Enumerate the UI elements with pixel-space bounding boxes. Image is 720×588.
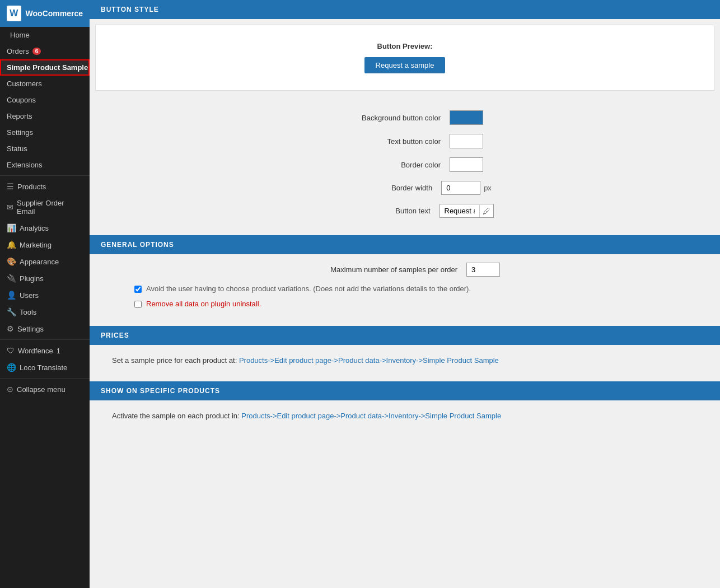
woocommerce-brand[interactable]: W WooCommerce — [0, 0, 90, 27]
border-width-input[interactable] — [441, 181, 480, 195]
sidebar-item-settings2[interactable]: ⚙ Settings — [0, 320, 90, 337]
sidebar-item-analytics[interactable]: 📊 Analytics — [0, 220, 90, 236]
sidebar-item-settings[interactable]: Settings — [0, 124, 90, 141]
email-icon: ✉ — [7, 203, 13, 212]
bg-color-label: Background button color — [326, 114, 450, 122]
avoid-variations-row: Avoid the user having to choose product … — [101, 284, 709, 293]
collapse-icon: ⊙ — [7, 385, 13, 394]
button-style-header: BUTTON STYLE — [90, 0, 720, 19]
sidebar-item-label: Products — [17, 183, 46, 191]
sidebar-item-label: Tools — [20, 308, 36, 316]
remove-data-checkbox[interactable] — [134, 301, 142, 308]
users-icon: 👤 — [7, 291, 16, 300]
loco-icon: 🌐 — [7, 363, 16, 372]
plugins-icon: 🔌 — [7, 274, 16, 283]
text-input-icon[interactable]: 🖊 — [479, 205, 493, 217]
sidebar-item-reports[interactable]: Reports — [0, 108, 90, 124]
main-content: BUTTON STYLE Button Preview: Request a s… — [90, 0, 720, 588]
max-samples-row: Maximum number of samples per order — [101, 263, 709, 277]
sidebar-item-label: Home — [10, 31, 30, 39]
sidebar-item-customers[interactable]: Customers — [0, 76, 90, 92]
sidebar-divider-2 — [0, 339, 90, 340]
button-text-field-wrapper: 🖊 — [440, 204, 494, 218]
button-text-input[interactable] — [440, 204, 479, 217]
sidebar-item-collapse-menu[interactable]: ⊙ Collapse menu — [0, 381, 90, 398]
sidebar-item-label: Users — [20, 291, 39, 300]
prices-header: PRICES — [90, 326, 720, 345]
sidebar: W WooCommerce Home Orders 6 Simple Produ… — [0, 0, 90, 588]
show-specific-header: SHOW ON SPECIFIC PRODUCTS — [90, 381, 720, 400]
avoid-variations-checkbox[interactable] — [134, 286, 142, 293]
bg-color-swatch[interactable] — [450, 110, 483, 125]
button-text-label: Button text — [316, 207, 440, 215]
woo-icon: W — [7, 6, 21, 21]
sidebar-item-appearance[interactable]: 🎨 Appearance — [0, 253, 90, 270]
analytics-icon: 📊 — [7, 223, 16, 232]
sidebar-item-label: Appearance — [20, 258, 59, 266]
appearance-icon: 🎨 — [7, 257, 16, 266]
specific-link[interactable]: Products->Edit product page->Product dat… — [241, 412, 501, 420]
general-options-area: Maximum number of samples per order Avoi… — [90, 254, 720, 326]
prices-area: Set a sample price for each product at: … — [90, 345, 720, 381]
sidebar-item-label: Supplier Order Email — [17, 199, 83, 216]
border-color-swatch[interactable] — [450, 157, 483, 172]
sidebar-item-label: Extensions — [7, 161, 43, 169]
sidebar-item-label: Simple Product Sample — [7, 63, 88, 72]
sidebar-item-label: Orders — [7, 47, 29, 55]
bg-color-row: Background button color — [101, 110, 709, 125]
sidebar-item-tools[interactable]: 🔧 Tools — [0, 304, 90, 320]
border-width-row: Border width px — [101, 181, 709, 195]
sidebar-item-label: Analytics — [20, 224, 49, 232]
products-icon: ☰ — [7, 182, 14, 191]
border-color-label: Border color — [326, 161, 450, 169]
text-color-label: Text button color — [326, 137, 450, 146]
px-label: px — [484, 184, 492, 192]
text-color-row: Text button color — [101, 134, 709, 148]
tools-icon: 🔧 — [7, 307, 16, 316]
border-width-label: Border width — [318, 184, 441, 192]
preview-button[interactable]: Request a sample — [364, 57, 446, 73]
sidebar-item-label: Plugins — [20, 274, 44, 283]
sidebar-item-label: Coupons — [7, 96, 36, 104]
remove-data-row: Remove all data on plugin uninstall. — [101, 300, 709, 308]
remove-data-label: Remove all data on plugin uninstall. — [146, 300, 261, 308]
sidebar-item-orders[interactable]: Orders 6 — [0, 43, 90, 59]
sidebar-item-simple-product-sample[interactable]: Simple Product Sample — [0, 59, 90, 76]
sidebar-item-extensions[interactable]: Extensions — [0, 157, 90, 173]
sidebar-item-users[interactable]: 👤 Users — [0, 287, 90, 304]
wordfence-icon: 🛡 — [7, 346, 15, 355]
max-samples-input[interactable] — [466, 263, 500, 277]
sidebar-item-label: Settings — [17, 325, 44, 333]
wordfence-badge: 1 — [57, 347, 60, 355]
max-samples-label: Maximum number of samples per order — [310, 265, 466, 274]
button-style-form: Background button color Text button colo… — [90, 102, 720, 235]
sidebar-item-label: Marketing — [20, 241, 52, 249]
sidebar-item-supplier-order-email[interactable]: ✉ Supplier Order Email — [0, 195, 90, 220]
general-options-header: GENERAL OPTIONS — [90, 235, 720, 254]
button-text-row: Button text 🖊 — [101, 204, 709, 218]
sidebar-item-loco-translate[interactable]: 🌐 Loco Translate — [0, 359, 90, 376]
specific-text: Activate the sample on each product in: … — [101, 412, 709, 420]
sidebar-item-coupons[interactable]: Coupons — [0, 92, 90, 108]
prices-link[interactable]: Products->Edit product page->Product dat… — [239, 356, 499, 365]
sidebar-item-label: Loco Translate — [20, 363, 67, 372]
button-preview-area: Button Preview: Request a sample — [95, 25, 714, 91]
border-color-row: Border color — [101, 157, 709, 172]
avoid-variations-label: Avoid the user having to choose product … — [146, 284, 471, 293]
sidebar-item-label: Status — [7, 144, 27, 153]
prices-text: Set a sample price for each product at: … — [101, 356, 709, 365]
sidebar-item-label: Customers — [7, 80, 42, 88]
sidebar-divider — [0, 175, 90, 176]
marketing-icon: 🔔 — [7, 240, 16, 249]
sidebar-item-wordfence[interactable]: 🛡 Wordfence 1 — [0, 342, 90, 359]
specific-products-area: Activate the sample on each product in: … — [90, 400, 720, 437]
sidebar-item-products[interactable]: ☰ Products — [0, 178, 90, 195]
sidebar-item-marketing[interactable]: 🔔 Marketing — [0, 236, 90, 253]
preview-label: Button Preview: — [107, 42, 703, 50]
settings-icon: ⚙ — [7, 324, 14, 333]
sidebar-item-home[interactable]: Home — [0, 27, 90, 43]
sidebar-item-plugins[interactable]: 🔌 Plugins — [0, 270, 90, 287]
sidebar-item-status[interactable]: Status — [0, 141, 90, 157]
sidebar-item-label: Settings — [7, 128, 33, 137]
text-color-swatch[interactable] — [450, 134, 483, 148]
